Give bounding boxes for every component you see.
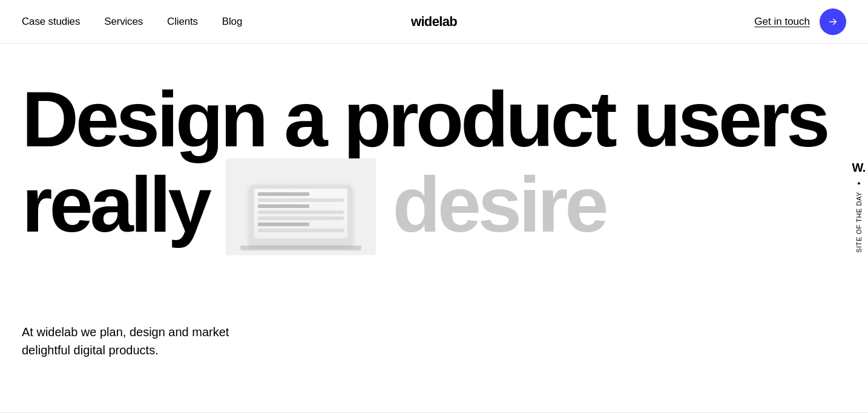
subtext-line2-text: delightful digital products.	[22, 343, 159, 357]
laptop-screen	[254, 189, 347, 238]
screen-row-2	[258, 198, 344, 202]
badge-text: Site of the Day	[855, 192, 863, 253]
hero-section: Design a product users really	[0, 44, 868, 377]
arrow-right-icon	[827, 16, 838, 27]
screen-content	[254, 189, 347, 238]
nav-right: Get in touch	[754, 8, 846, 35]
subtext-line1-text: At widelab we plan, design and market	[22, 325, 229, 339]
screen-row-5	[258, 216, 344, 220]
nav-case-studies[interactable]: Case studies	[22, 16, 80, 28]
hero-really: really	[22, 165, 209, 244]
get-in-touch-button[interactable]	[820, 8, 846, 35]
screen-row-6	[258, 223, 309, 226]
badge-w-letter: W.	[852, 161, 866, 175]
site-of-day-badge: W. Site of the Day	[852, 161, 868, 253]
hero-line2: really	[22, 158, 846, 250]
laptop-body	[249, 185, 352, 246]
laptop-illustration	[226, 158, 376, 255]
hero-line1: Design a product users	[22, 80, 846, 158]
main-nav: Case studies Services Clients Blog widel…	[0, 0, 868, 44]
nav-clients[interactable]: Clients	[167, 16, 198, 28]
screen-row-4	[258, 210, 344, 214]
get-in-touch-link[interactable]: Get in touch	[754, 16, 810, 28]
laptop-base	[240, 246, 361, 250]
hero-inline-image	[226, 158, 376, 255]
hero-desire: desire	[393, 165, 606, 244]
subtext-line1: At widelab we plan, design and market de…	[22, 323, 288, 359]
hero-subtext: At widelab we plan, design and market de…	[22, 323, 846, 377]
site-logo[interactable]: widelab	[411, 14, 457, 30]
hero-headline: Design a product users really	[22, 80, 846, 250]
screen-row-7	[258, 229, 344, 232]
nav-left: Case studies Services Clients Blog	[22, 16, 242, 28]
screen-row-3	[258, 204, 309, 208]
nav-blog[interactable]: Blog	[222, 16, 242, 28]
badge-dot	[858, 182, 860, 184]
screen-row-1	[258, 192, 309, 196]
nav-services[interactable]: Services	[104, 16, 143, 28]
